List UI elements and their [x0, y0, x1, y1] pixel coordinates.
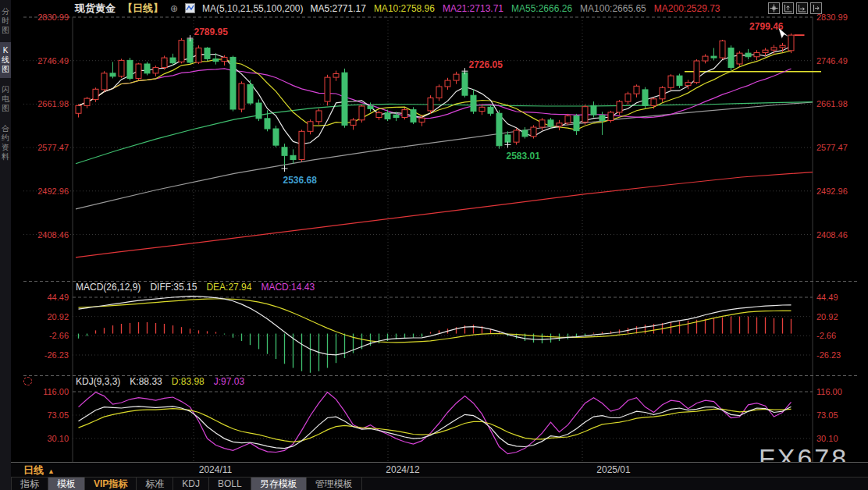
svg-text:2830.99: 2830.99 — [37, 12, 69, 22]
svg-text:-26.23: -26.23 — [44, 350, 69, 360]
mouse-cursor — [778, 27, 789, 39]
svg-text:73.05: 73.05 — [47, 410, 69, 420]
svg-text:73.05: 73.05 — [816, 410, 838, 420]
svg-text:116.00: 116.00 — [816, 387, 842, 396]
sidebar-item-contract-info[interactable]: 合约资料 — [0, 120, 11, 165]
toolbar-tab-templates[interactable]: 模板 — [48, 478, 85, 490]
pan-right-icon[interactable] — [810, 2, 822, 14]
ma200-value: MA200:2529.73 — [654, 3, 720, 14]
toolbar-tab-save-template[interactable]: 另存模板 — [251, 478, 307, 490]
ma-values: MA5:2771.17MA10:2758.96MA21:2713.71MA55:… — [310, 3, 720, 14]
left-sidebar: 分时图K线图闪电图合约资料 — [0, 0, 12, 490]
toolbar-tab-standard[interactable]: 标准 — [137, 478, 173, 490]
price-annotation: 2789.95 — [194, 27, 229, 37]
ma21-value: MA21:2713.71 — [443, 3, 503, 14]
toolbar-tab-manage-template[interactable]: 管理模板 — [307, 478, 362, 490]
svg-text:2746.49: 2746.49 — [37, 56, 69, 66]
ma-params-label: MA(5,10,21,55,100,200) — [202, 3, 303, 14]
svg-text:2577.47: 2577.47 — [37, 143, 69, 152]
period-selector-label: 日线 — [23, 464, 44, 476]
scale-horizontal-icon[interactable] — [796, 2, 808, 14]
svg-text:44.49: 44.49 — [47, 293, 69, 302]
indicator-type-icon[interactable] — [185, 3, 195, 13]
price-annotation: 2583.01 — [507, 151, 541, 162]
svg-text:2408.46: 2408.46 — [37, 230, 69, 240]
price-annotation: 2726.05 — [469, 59, 503, 70]
svg-text:44.49: 44.49 — [816, 293, 838, 302]
svg-text:2492.96: 2492.96 — [816, 186, 848, 196]
xaxis-date-label: 2024/11 — [184, 464, 247, 475]
toolbar-tab-indicators[interactable]: 指标 — [11, 478, 48, 490]
kline-app: 2830.992830.992746.492746.492661.982661.… — [0, 0, 868, 490]
svg-text:20.92: 20.92 — [816, 312, 838, 321]
kdj-j-value: J:97.03 — [214, 376, 244, 387]
svg-text:-26.23: -26.23 — [816, 350, 841, 360]
ma10-value: MA10:2758.96 — [374, 3, 435, 14]
bottom-toolbar: 指标模板VIP指标标准KDJBOLL另存模板管理模板 — [11, 478, 868, 490]
panel-settings-icon[interactable] — [23, 377, 32, 385]
kdj-k-value: K:88.33 — [130, 376, 162, 387]
svg-text:2408.46: 2408.46 — [816, 230, 848, 240]
sidebar-item-lightning-chart[interactable]: 闪电图 — [0, 81, 11, 117]
xaxis-date-label: 2025/01 — [582, 464, 645, 475]
macd-title: MACD(26,12,9) — [76, 282, 141, 293]
kdj-d-value: D:83.98 — [172, 376, 205, 387]
sidebar-item-timeshare-chart[interactable]: 分时图 — [0, 3, 11, 39]
price-annotation: 2799.46 — [749, 21, 784, 32]
toolbar-tab-kdj[interactable]: KDJ — [173, 478, 209, 490]
svg-text:2577.47: 2577.47 — [816, 143, 848, 152]
svg-text:2661.98: 2661.98 — [816, 99, 848, 108]
period-selector[interactable]: 日线▲ — [23, 463, 55, 478]
add-indicator-icon[interactable]: ⊕ — [170, 3, 178, 14]
svg-text:2746.49: 2746.49 — [816, 56, 848, 66]
chart-header: 现货黄金 【日线】 ⊕ MA(5,10,21,55,100,200) MA5:2… — [75, 2, 720, 14]
chart-toolbar-icons — [768, 2, 822, 14]
macd-macd-value: MACD:14.43 — [261, 282, 315, 293]
symbol-title: 现货黄金 — [75, 2, 116, 16]
price-annotation: 2536.68 — [283, 175, 318, 186]
svg-text:116.00: 116.00 — [43, 387, 69, 396]
kdj-title: KDJ(9,3,3) — [76, 376, 120, 387]
scale-vertical-icon[interactable] — [782, 2, 794, 14]
macd-diff-value: DIFF:35.15 — [150, 282, 197, 293]
sidebar-item-kline-chart[interactable]: K线图 — [0, 42, 11, 78]
svg-text:20.92: 20.92 — [47, 312, 69, 321]
ma55-value: MA55:2666.26 — [511, 3, 572, 14]
svg-text:-2.66: -2.66 — [816, 331, 836, 340]
kdj-header: KDJ(9,3,3) K:88.33 D:83.98 J:97.03 — [76, 376, 244, 387]
toolbar-tab-boll[interactable]: BOLL — [209, 478, 251, 490]
svg-text:2492.96: 2492.96 — [37, 186, 69, 196]
macd-dea-value: DEA:27.94 — [206, 282, 251, 293]
chart-canvas[interactable]: 2830.992830.992746.492746.492661.982661.… — [0, 0, 868, 490]
ma5-value: MA5:2771.17 — [310, 3, 365, 14]
svg-text:-2.66: -2.66 — [49, 331, 69, 340]
toolbar-tab-vip-indicators[interactable]: VIP指标 — [85, 478, 137, 490]
chevron-up-icon: ▲ — [48, 467, 55, 475]
svg-text:2661.98: 2661.98 — [37, 99, 69, 108]
xaxis-row: 日线▲ 2024/112024/122025/01 — [11, 462, 868, 478]
svg-text:30.10: 30.10 — [816, 434, 838, 443]
svg-text:30.10: 30.10 — [47, 434, 69, 443]
xaxis-date-label: 2024/12 — [372, 464, 434, 475]
ma100-value: MA100:2665.65 — [580, 3, 646, 14]
crosshair-icon[interactable] — [768, 2, 780, 14]
macd-header: MACD(26,12,9) DIFF:35.15 DEA:27.94 MACD:… — [76, 282, 315, 293]
period-label: 【日线】 — [123, 2, 163, 16]
